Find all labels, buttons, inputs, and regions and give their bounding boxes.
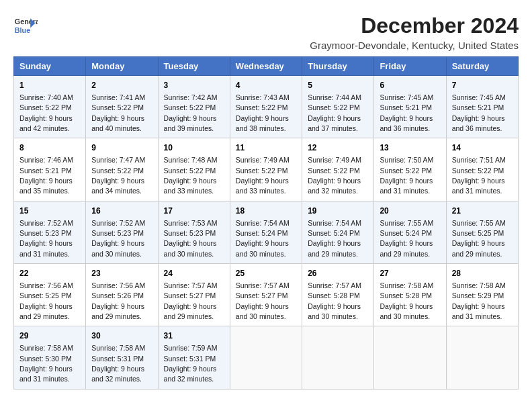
day-info: Sunrise: 7:43 AMSunset: 5:22 PMDaylight:…	[236, 93, 290, 132]
day-number: 9	[91, 142, 152, 154]
day-number: 11	[236, 142, 296, 154]
calendar-header: SundayMondayTuesdayWednesdayThursdayFrid…	[14, 57, 519, 76]
calendar-body: 1Sunrise: 7:40 AMSunset: 5:22 PMDaylight…	[14, 76, 519, 390]
day-number: 16	[91, 205, 152, 217]
calendar-cell: 27Sunrise: 7:58 AMSunset: 5:28 PMDayligh…	[374, 264, 446, 326]
calendar-cell: 26Sunrise: 7:57 AMSunset: 5:28 PMDayligh…	[302, 264, 374, 326]
calendar-cell: 6Sunrise: 7:45 AMSunset: 5:21 PMDaylight…	[374, 76, 446, 138]
title-area: December 2024 Graymoor-Devondale, Kentuc…	[310, 13, 519, 51]
calendar-cell: 13Sunrise: 7:50 AMSunset: 5:22 PMDayligh…	[374, 138, 446, 201]
column-header-sunday: Sunday	[14, 57, 86, 76]
calendar-cell: 18Sunrise: 7:54 AMSunset: 5:24 PMDayligh…	[230, 201, 302, 263]
week-row-5: 29Sunrise: 7:58 AMSunset: 5:30 PMDayligh…	[14, 326, 519, 389]
day-number: 20	[380, 205, 440, 217]
column-header-friday: Friday	[374, 57, 446, 76]
calendar-cell: 19Sunrise: 7:54 AMSunset: 5:24 PMDayligh…	[302, 201, 374, 263]
day-info: Sunrise: 7:48 AMSunset: 5:22 PMDaylight:…	[164, 156, 218, 195]
day-info: Sunrise: 7:45 AMSunset: 5:21 PMDaylight:…	[380, 93, 433, 132]
day-number: 28	[452, 268, 513, 279]
calendar-cell: 17Sunrise: 7:53 AMSunset: 5:23 PMDayligh…	[158, 201, 230, 263]
day-number: 24	[164, 268, 224, 279]
calendar-cell: 11Sunrise: 7:49 AMSunset: 5:22 PMDayligh…	[230, 138, 302, 201]
day-info: Sunrise: 7:56 AMSunset: 5:25 PMDaylight:…	[19, 281, 73, 320]
column-header-wednesday: Wednesday	[230, 57, 302, 76]
day-info: Sunrise: 7:44 AMSunset: 5:22 PMDaylight:…	[308, 93, 361, 132]
calendar-cell: 29Sunrise: 7:58 AMSunset: 5:30 PMDayligh…	[14, 326, 86, 389]
column-header-saturday: Saturday	[446, 57, 518, 76]
day-info: Sunrise: 7:57 AMSunset: 5:27 PMDaylight:…	[164, 281, 218, 320]
day-number: 29	[19, 330, 80, 342]
day-info: Sunrise: 7:55 AMSunset: 5:24 PMDaylight:…	[380, 219, 433, 258]
calendar-cell: 20Sunrise: 7:55 AMSunset: 5:24 PMDayligh…	[374, 201, 446, 263]
day-info: Sunrise: 7:54 AMSunset: 5:24 PMDaylight:…	[236, 219, 290, 258]
page-subtitle: Graymoor-Devondale, Kentucky, United Sta…	[310, 40, 519, 51]
day-number: 8	[19, 142, 80, 154]
day-info: Sunrise: 7:58 AMSunset: 5:31 PMDaylight:…	[91, 344, 145, 383]
day-info: Sunrise: 7:49 AMSunset: 5:22 PMDaylight:…	[236, 156, 290, 195]
calendar-cell: 28Sunrise: 7:58 AMSunset: 5:29 PMDayligh…	[446, 264, 518, 326]
week-row-4: 22Sunrise: 7:56 AMSunset: 5:25 PMDayligh…	[14, 264, 519, 326]
page-header: General Blue December 2024 Graymoor-Devo…	[13, 13, 519, 51]
day-info: Sunrise: 7:47 AMSunset: 5:22 PMDaylight:…	[91, 156, 145, 195]
calendar-cell: 15Sunrise: 7:52 AMSunset: 5:23 PMDayligh…	[14, 201, 86, 263]
calendar-cell: 3Sunrise: 7:42 AMSunset: 5:22 PMDaylight…	[158, 76, 230, 138]
logo: General Blue	[13, 13, 38, 38]
day-info: Sunrise: 7:49 AMSunset: 5:22 PMDaylight:…	[308, 156, 361, 195]
column-header-monday: Monday	[86, 57, 158, 76]
day-number: 1	[19, 80, 80, 91]
day-number: 2	[91, 80, 152, 91]
calendar-cell: 25Sunrise: 7:57 AMSunset: 5:27 PMDayligh…	[230, 264, 302, 326]
calendar-cell: 1Sunrise: 7:40 AMSunset: 5:22 PMDaylight…	[14, 76, 86, 138]
day-number: 26	[308, 268, 368, 279]
day-info: Sunrise: 7:50 AMSunset: 5:22 PMDaylight:…	[380, 156, 433, 195]
page-title: December 2024	[310, 13, 519, 38]
svg-text:Blue: Blue	[15, 26, 30, 34]
calendar-cell: 2Sunrise: 7:41 AMSunset: 5:22 PMDaylight…	[86, 76, 158, 138]
calendar-cell: 22Sunrise: 7:56 AMSunset: 5:25 PMDayligh…	[14, 264, 86, 326]
calendar-cell: 9Sunrise: 7:47 AMSunset: 5:22 PMDaylight…	[86, 138, 158, 201]
day-number: 4	[236, 80, 296, 91]
day-number: 19	[308, 205, 368, 217]
day-info: Sunrise: 7:40 AMSunset: 5:22 PMDaylight:…	[19, 93, 73, 132]
day-info: Sunrise: 7:41 AMSunset: 5:22 PMDaylight:…	[91, 93, 145, 132]
day-number: 7	[452, 80, 513, 91]
day-number: 6	[380, 80, 440, 91]
calendar-cell	[374, 326, 446, 389]
day-info: Sunrise: 7:46 AMSunset: 5:21 PMDaylight:…	[19, 156, 73, 195]
day-info: Sunrise: 7:52 AMSunset: 5:23 PMDaylight:…	[91, 219, 145, 258]
day-number: 13	[380, 142, 440, 154]
day-number: 22	[19, 268, 80, 279]
day-info: Sunrise: 7:57 AMSunset: 5:28 PMDaylight:…	[308, 281, 361, 320]
column-header-thursday: Thursday	[302, 57, 374, 76]
day-info: Sunrise: 7:58 AMSunset: 5:30 PMDaylight:…	[19, 344, 73, 383]
day-number: 21	[452, 205, 513, 217]
calendar-cell: 4Sunrise: 7:43 AMSunset: 5:22 PMDaylight…	[230, 76, 302, 138]
day-number: 27	[380, 268, 440, 279]
week-row-2: 8Sunrise: 7:46 AMSunset: 5:21 PMDaylight…	[14, 138, 519, 201]
calendar-cell: 30Sunrise: 7:58 AMSunset: 5:31 PMDayligh…	[86, 326, 158, 389]
calendar-cell: 14Sunrise: 7:51 AMSunset: 5:22 PMDayligh…	[446, 138, 518, 201]
day-info: Sunrise: 7:58 AMSunset: 5:29 PMDaylight:…	[452, 281, 506, 320]
day-number: 15	[19, 205, 80, 217]
day-info: Sunrise: 7:52 AMSunset: 5:23 PMDaylight:…	[19, 219, 73, 258]
week-row-1: 1Sunrise: 7:40 AMSunset: 5:22 PMDaylight…	[14, 76, 519, 138]
calendar-cell	[446, 326, 518, 389]
calendar-cell: 24Sunrise: 7:57 AMSunset: 5:27 PMDayligh…	[158, 264, 230, 326]
day-info: Sunrise: 7:53 AMSunset: 5:23 PMDaylight:…	[164, 219, 218, 258]
day-number: 18	[236, 205, 296, 217]
day-info: Sunrise: 7:55 AMSunset: 5:25 PMDaylight:…	[452, 219, 506, 258]
logo-icon: General Blue	[13, 13, 38, 38]
day-info: Sunrise: 7:59 AMSunset: 5:31 PMDaylight:…	[164, 344, 218, 383]
day-number: 3	[164, 80, 224, 91]
column-header-tuesday: Tuesday	[158, 57, 230, 76]
day-info: Sunrise: 7:45 AMSunset: 5:21 PMDaylight:…	[452, 93, 506, 132]
calendar-cell: 7Sunrise: 7:45 AMSunset: 5:21 PMDaylight…	[446, 76, 518, 138]
day-number: 14	[452, 142, 513, 154]
day-info: Sunrise: 7:57 AMSunset: 5:27 PMDaylight:…	[236, 281, 290, 320]
calendar-cell: 12Sunrise: 7:49 AMSunset: 5:22 PMDayligh…	[302, 138, 374, 201]
day-info: Sunrise: 7:42 AMSunset: 5:22 PMDaylight:…	[164, 93, 218, 132]
calendar-cell: 8Sunrise: 7:46 AMSunset: 5:21 PMDaylight…	[14, 138, 86, 201]
day-number: 25	[236, 268, 296, 279]
day-number: 30	[91, 330, 152, 342]
calendar-cell	[302, 326, 374, 389]
